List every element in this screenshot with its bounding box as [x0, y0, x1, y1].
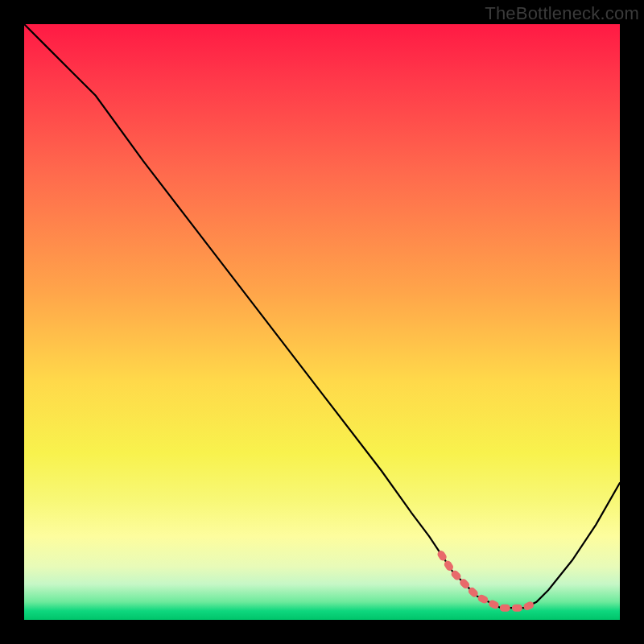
plot-area — [24, 24, 620, 620]
watermark-text: TheBottleneck.com — [485, 3, 639, 24]
bottleneck-curve — [24, 24, 620, 608]
curve-overlay — [24, 24, 620, 620]
chart-stage: TheBottleneck.com — [0, 0, 644, 644]
highlight-segment — [441, 555, 536, 609]
